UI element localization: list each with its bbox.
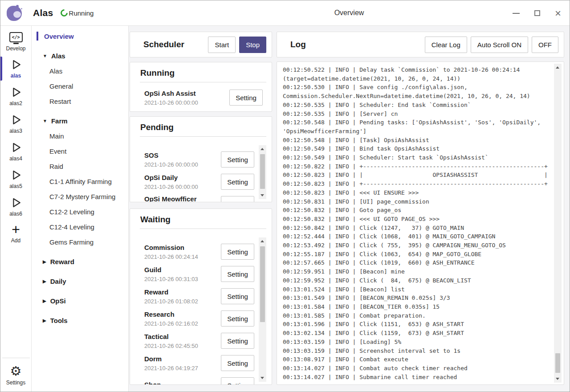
rail-item-develop[interactable]: </> Develop — [0, 30, 32, 55]
divider — [140, 136, 266, 137]
task-next-run-time: 2021-10-26 00:00:00 — [144, 184, 198, 190]
rail-item-settings[interactable]: ⚙ Settings — [0, 362, 32, 389]
task-setting-button[interactable]: Setting — [221, 244, 254, 260]
auto-scroll-on-button[interactable]: Auto Scroll ON — [471, 37, 528, 53]
task-setting-button[interactable]: Setting — [221, 355, 254, 371]
scroll-down-icon[interactable] — [554, 375, 562, 383]
nav-item[interactable]: Restart — [32, 94, 128, 109]
task-setting-button[interactable]: Setting — [221, 174, 254, 190]
log-line: 00:13:03.159 | INFO | [Loading] 5% — [283, 338, 549, 347]
task-name: SOS — [144, 151, 198, 159]
log-line: 00:13:14.027 | INFO | Combat auto check … — [283, 364, 549, 373]
clear-log-button[interactable]: Clear Log — [425, 37, 467, 53]
task-next-run-time: 2021-10-26 02:16:02 — [144, 320, 198, 327]
nav-item-label: Alas — [49, 67, 62, 75]
task-name: Research — [144, 310, 198, 318]
rail-item-profile[interactable]: alas6 — [0, 193, 32, 220]
play-icon — [9, 58, 23, 71]
scrollbar-thumb[interactable] — [260, 246, 265, 322]
nav-item[interactable]: ▼ Alas — [32, 48, 128, 63]
task-setting-button[interactable]: Setting — [221, 266, 254, 282]
rail-item-profile[interactable]: alas5 — [0, 165, 32, 193]
nav-item-label: C1-1 Affinity Farming — [49, 178, 112, 185]
rail-item-label: Settings — [6, 380, 25, 386]
scroll-down-icon[interactable] — [259, 374, 266, 382]
scroll-up-icon[interactable] — [554, 64, 562, 71]
rail-item-profile[interactable]: alas3 — [0, 110, 32, 138]
nav-item[interactable]: ▶ Daily — [32, 274, 128, 289]
start-button[interactable]: Start — [208, 37, 236, 53]
scrollbar-thumb[interactable] — [555, 353, 560, 373]
nav-item[interactable]: Raid — [32, 159, 128, 174]
maximize-button[interactable] — [533, 9, 542, 18]
nav-item-label: Restart — [49, 98, 71, 105]
nav-item[interactable]: Event — [32, 143, 128, 159]
log-line: 00:12:50.522 | INFO | Delay task `Commis… — [283, 65, 549, 74]
nav-item[interactable]: C7-2 Mystery Farming — [32, 189, 128, 204]
scrollbar-thumb[interactable] — [260, 154, 265, 189]
log-scrollbar[interactable] — [554, 64, 562, 383]
task-next-run-time: 2021-10-26 02:45:50 — [144, 343, 198, 349]
nav-item[interactable]: Alas — [32, 63, 128, 78]
nav-item[interactable]: ▶ Tools — [32, 313, 128, 328]
nav-item[interactable]: ▼ Farm — [32, 113, 128, 128]
nav-item[interactable]: Main — [32, 128, 128, 143]
rail-item-label: alas6 — [9, 211, 22, 217]
task-next-run-time: 2021-10-26 00:24:14 — [144, 253, 198, 260]
nav-item[interactable]: ▶ OpSi — [32, 293, 128, 308]
nav-item[interactable]: C12-2 Leveling — [32, 204, 128, 219]
nav-item[interactable]: C12-4 Leveling — [32, 219, 128, 234]
pending-scrollbar[interactable] — [259, 145, 266, 199]
nav-item[interactable]: ▶ Reward — [32, 254, 128, 269]
log-line: 00:12:50.530 | INFO | Save config ./conf… — [283, 83, 549, 92]
auto-scroll-off-button[interactable]: OFF — [532, 37, 558, 53]
stop-button[interactable]: Stop — [239, 37, 266, 53]
minimize-button[interactable] — [512, 9, 521, 18]
log-line: 00:12:50.832 | INFO | <<< UI GOTO PAGE_O… — [283, 215, 549, 224]
scroll-up-icon[interactable] — [259, 237, 266, 245]
scroll-up-icon[interactable] — [259, 145, 266, 153]
task-setting-button[interactable]: Setting — [221, 196, 254, 202]
nav-item-label: Overview — [44, 33, 74, 40]
nav-item[interactable]: C1-1 Affinity Farming — [32, 174, 128, 189]
rail-item-profile[interactable]: alas — [0, 55, 32, 82]
pending-task-list: SOS 2021-10-26 00:00:00 Setting OpSi Dai… — [130, 144, 272, 202]
task-setting-button[interactable]: Setting — [221, 310, 254, 327]
nav-item-label: Farm — [51, 117, 68, 125]
play-icon — [9, 168, 23, 182]
task-row: OpSi Daily 2021-10-26 00:00:00 Setting — [144, 171, 254, 193]
nav-item-label: Raid — [49, 163, 63, 170]
log-line: 00:13:03.159 | INFO | Screenshot interva… — [283, 347, 549, 355]
nav-item[interactable]: General — [32, 78, 128, 94]
rail-item-profile[interactable]: alas4 — [0, 138, 32, 165]
nav-group-arrow-icon: ▶ — [43, 298, 46, 303]
app-title: Alas — [33, 8, 53, 18]
task-name: Commission — [144, 243, 198, 252]
nav-item-label: Tools — [50, 317, 68, 324]
scroll-down-icon[interactable] — [259, 192, 266, 199]
task-setting-button[interactable]: Setting — [221, 288, 254, 304]
log-line: 00:13:02.134 | INFO | Click (1159, 673) … — [283, 329, 549, 338]
play-icon — [9, 113, 23, 127]
task-row: Dorm 2021-10-26 04:19:27 Setting — [144, 352, 254, 374]
log-line: 'OpsiMeowfficerFarming'] — [283, 127, 549, 136]
log-line: 00:12:50.831 | INFO | [UI] page_commissi… — [283, 197, 549, 206]
nav-item-label: Alas — [51, 52, 65, 60]
running-spinner-icon — [59, 8, 69, 18]
rail-item-label: alas2 — [9, 100, 22, 106]
task-setting-button[interactable]: Setting — [221, 333, 254, 349]
page-title: Overview — [129, 9, 570, 17]
rail-item-profile[interactable]: alas2 — [0, 82, 32, 110]
waiting-scrollbar[interactable] — [259, 237, 266, 382]
nav-item[interactable]: Gems Farming — [32, 234, 128, 249]
close-button[interactable]: × — [554, 9, 562, 18]
nav-group-arrow-icon: ▶ — [43, 318, 46, 323]
task-setting-button[interactable]: Setting — [221, 151, 254, 167]
nav-item-label: General — [49, 82, 73, 90]
waiting-card: Waiting Commission 2021-10-26 00:24:14 S… — [130, 208, 272, 385]
task-setting-button[interactable]: Setting — [229, 90, 263, 106]
rail-item-add[interactable]: + Add — [0, 220, 32, 247]
scheduler-status-text: Running — [69, 9, 94, 17]
nav-item[interactable]: Overview — [32, 29, 128, 44]
task-setting-button[interactable]: Setting — [221, 377, 254, 384]
